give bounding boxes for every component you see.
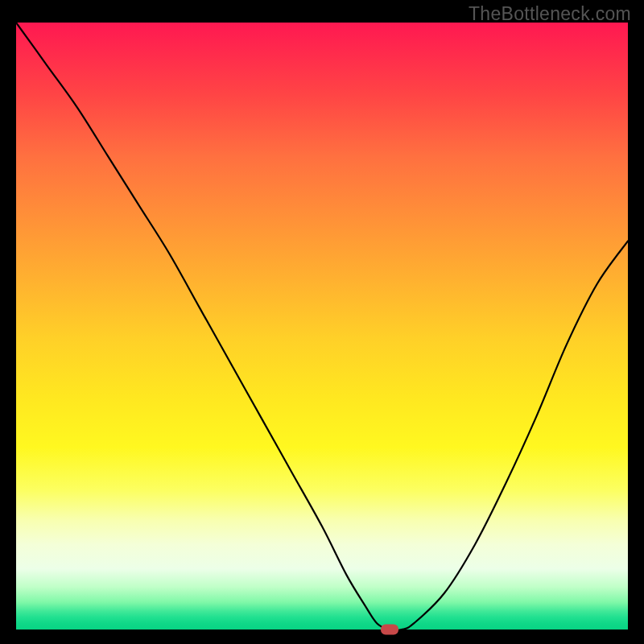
bottleneck-curve [16,23,628,630]
chart-plot-area [16,23,628,630]
optimal-point-marker [381,625,398,635]
watermark-text: TheBottleneck.com [469,3,631,25]
